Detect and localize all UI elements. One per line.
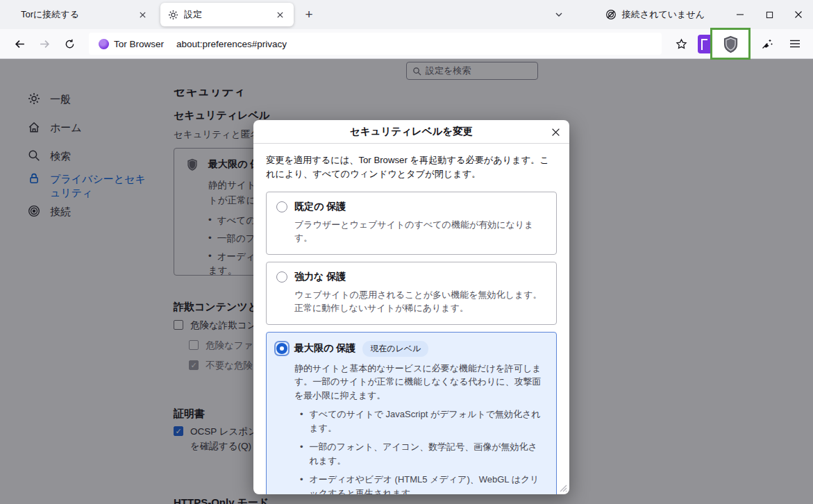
tab-close-icon[interactable] bbox=[134, 6, 151, 23]
window-minimize-button[interactable] bbox=[726, 0, 755, 29]
reload-button[interactable] bbox=[58, 33, 81, 55]
option-standard-protections[interactable]: 既定の 保護 ブラウザーとウェブサイトのすべての機能が有効になります。 bbox=[266, 192, 557, 255]
tab-settings[interactable]: 設定 bbox=[160, 3, 294, 26]
option-description: ブラウザーとウェブサイトのすべての機能が有効になります。 bbox=[294, 218, 546, 245]
radio-unselected[interactable] bbox=[276, 271, 287, 283]
dialog-close-icon[interactable] bbox=[547, 124, 564, 140]
option-maximum-protections[interactable]: 最大限の 保護 現在のレベル 静的サイトと基本的なサービスに必要な機能だけを許可… bbox=[266, 332, 557, 494]
security-level-dialog: セキュリティレベルを変更 変更を適用するには、Tor Browser を再起動す… bbox=[253, 120, 569, 494]
navigation-toolbar: Tor Browser about:preferences#privacy bbox=[0, 29, 813, 59]
gear-icon bbox=[165, 6, 181, 23]
option-label: 強力な 保護 bbox=[294, 271, 346, 283]
forward-button[interactable] bbox=[33, 33, 56, 55]
tab-close-icon[interactable] bbox=[271, 6, 288, 23]
tab-bar: Torに接続する 設定 + bbox=[0, 0, 813, 29]
security-level-shield-button[interactable] bbox=[721, 35, 740, 53]
tor-connection-status[interactable]: 接続されていません bbox=[605, 8, 705, 21]
option-bullet: •すべてのサイトで JavaScript がデフォルトで無効化されます。 bbox=[300, 408, 546, 435]
window-close-button[interactable] bbox=[784, 0, 813, 29]
tor-onion-icon bbox=[99, 39, 109, 49]
option-bullet: •オーディオやビデオ (HTML5 メディア)、WebGL はクリックすると再生… bbox=[300, 473, 546, 494]
dialog-intro-text: 変更を適用するには、Tor Browser を再起動する必要があります。これによ… bbox=[266, 153, 557, 182]
site-identity-label: Tor Browser bbox=[114, 39, 164, 49]
option-label: 既定の 保護 bbox=[294, 201, 346, 213]
dialog-resize-grip[interactable] bbox=[558, 483, 567, 492]
tabbar-right-cluster: 接続されていません bbox=[551, 0, 813, 29]
security-level-options: 既定の 保護 ブラウザーとウェブサイトのすべての機能が有効になります。 強力な … bbox=[266, 192, 557, 494]
radio-focus-ring bbox=[274, 341, 290, 356]
url-bar[interactable]: Tor Browser about:preferences#privacy bbox=[89, 33, 662, 55]
back-button[interactable] bbox=[8, 33, 31, 55]
list-all-tabs-chevron-icon[interactable] bbox=[551, 6, 567, 23]
menu-hamburger-icon[interactable] bbox=[784, 33, 806, 55]
new-identity-broom-icon[interactable] bbox=[756, 33, 778, 55]
dialog-title: セキュリティレベルを変更 bbox=[350, 125, 473, 138]
window-maximize-button[interactable] bbox=[755, 0, 784, 29]
onion-disconnected-icon bbox=[605, 9, 617, 20]
url-text: about:preferences#privacy bbox=[176, 39, 287, 49]
site-identity-button[interactable]: Tor Browser bbox=[92, 35, 171, 53]
security-level-highlight-box bbox=[710, 28, 751, 60]
tab-connect-to-tor[interactable]: Torに接続する bbox=[12, 3, 156, 26]
dialog-header: セキュリティレベルを変更 bbox=[253, 120, 569, 144]
radio-selected[interactable] bbox=[276, 343, 287, 354]
connection-status-label: 接続されていません bbox=[622, 8, 705, 21]
option-description: 静的サイトと基本的なサービスに必要な機能だけを許可します。一部のサイトが正常に機… bbox=[294, 362, 546, 403]
option-description: ウェブサイトの悪用されることが多い機能を無効化します。正常に動作しないサイトが稀… bbox=[294, 288, 546, 315]
option-bullet: •一部のフォント、アイコン、数学記号、画像が無効化されます。 bbox=[300, 440, 546, 467]
bookmark-star-icon[interactable] bbox=[670, 33, 692, 55]
settings-page: 設定を検索 一般 ホーム bbox=[0, 59, 813, 504]
option-label: 最大限の 保護 bbox=[294, 342, 355, 355]
toolbar-right-cluster bbox=[670, 28, 806, 60]
new-tab-button[interactable]: + bbox=[299, 5, 319, 24]
radio-unselected[interactable] bbox=[276, 201, 287, 212]
tab-label: 設定 bbox=[184, 8, 271, 21]
tor-browser-window: Torに接続する 設定 + bbox=[0, 0, 813, 504]
dialog-body: 変更を適用するには、Tor Browser を再起動する必要があります。これによ… bbox=[253, 144, 569, 494]
option-strong-protections[interactable]: 強力な 保護 ウェブサイトの悪用されることが多い機能を無効化します。正常に動作し… bbox=[266, 262, 557, 325]
tab-label: Torに接続する bbox=[21, 8, 134, 21]
current-level-badge: 現在のレベル bbox=[362, 341, 428, 357]
